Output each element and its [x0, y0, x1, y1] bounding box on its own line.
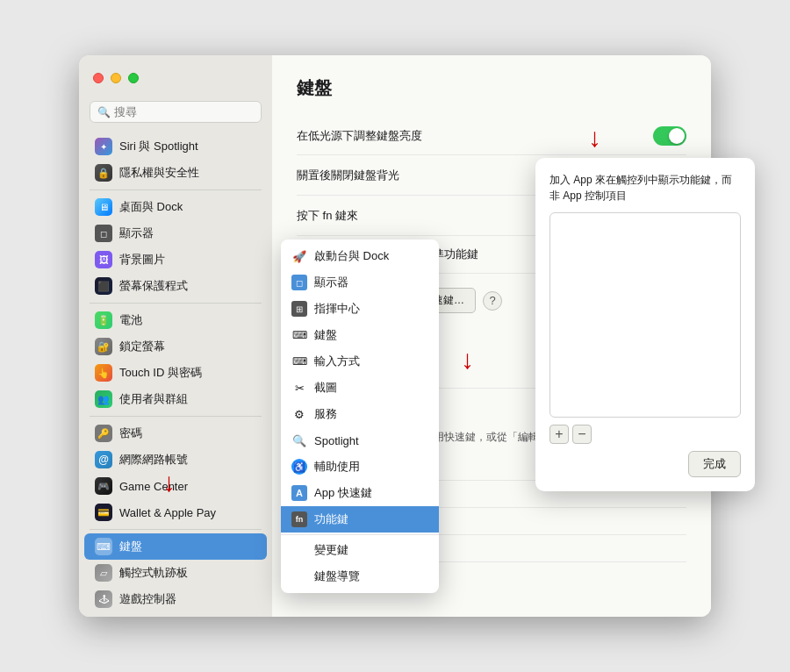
- sidebar: 🔍 ✦ Siri 與 Spotlight 🔒 隱私權與安全性 🖥 桌面與 Doc…: [79, 55, 272, 617]
- help-button[interactable]: ?: [483, 291, 502, 311]
- arrow-down-panel: ↓: [588, 123, 601, 153]
- wallet-icon: 💳: [95, 504, 112, 521]
- menu-item-keyguide[interactable]: 鍵盤導覽: [281, 563, 439, 590]
- sidebar-divider-4: [90, 529, 262, 530]
- panel-footer: + −: [549, 425, 741, 444]
- sidebar-item-wallet[interactable]: 💳 Wallet & Apple Pay: [84, 499, 267, 525]
- sidebar-item-label: Wallet & Apple Pay: [119, 506, 216, 519]
- sidebar-item-screensaver[interactable]: ⬛ 螢幕保護程式: [84, 273, 267, 299]
- sidebar-item-label: 遊戲控制器: [119, 591, 176, 607]
- minimize-button[interactable]: [111, 73, 121, 83]
- sidebar-item-label: 電池: [119, 312, 142, 328]
- gamepad-icon: 🕹: [95, 590, 112, 608]
- menu-item-accessibility[interactable]: ♿ 輔助使用: [281, 454, 439, 480]
- arrow-down-sidebar: ↓: [162, 468, 176, 497]
- right-panel: ↓ 加入 App 來在觸控列中顯示功能鍵，而非 App 控制項目 + − 完成: [535, 158, 755, 491]
- done-button[interactable]: 完成: [688, 451, 741, 477]
- menu-item-spotlight[interactable]: 🔍 Spotlight: [281, 427, 439, 454]
- sidebar-item-keyboard[interactable]: ⌨ 鍵盤: [84, 533, 267, 560]
- menu-item-dock[interactable]: 🚀 啟動台與 Dock: [281, 243, 439, 269]
- sidebar-item-label: 密碼: [119, 425, 142, 441]
- password-icon: 🔑: [95, 425, 112, 442]
- trackpad-icon: ▱: [95, 564, 112, 582]
- network-icon: @: [95, 451, 112, 468]
- appshortcut-menu-icon: A: [291, 485, 307, 501]
- sidebar-item-label: Siri 與 Spotlight: [119, 139, 198, 154]
- sidebar-divider-2: [90, 303, 262, 304]
- sidebar-item-touchid[interactable]: 👆 Touch ID 與密碼: [84, 360, 267, 386]
- menu-item-input-method[interactable]: ⌨ 輸入方式: [281, 348, 439, 375]
- sidebar-item-label: 鍵盤: [119, 539, 142, 554]
- titlebar: [79, 55, 272, 101]
- screenshot-menu-icon: ✂: [291, 380, 307, 396]
- sidebar-item-label: 螢幕保護程式: [119, 278, 188, 294]
- add-app-button[interactable]: +: [549, 425, 569, 444]
- menu-item-mission[interactable]: ⊞ 指揮中心: [281, 296, 439, 322]
- mission-menu-icon: ⊞: [291, 301, 307, 317]
- services-menu-icon: ⚙: [291, 406, 307, 422]
- desktop-icon: 🖥: [95, 198, 112, 216]
- close-button[interactable]: [93, 73, 104, 83]
- sidebar-item-gamecenter[interactable]: 🎮 Game Center: [84, 473, 267, 499]
- menu-item-fnkey[interactable]: fn 功能鍵: [281, 506, 439, 533]
- sidebar-item-label: 隱私權與安全性: [119, 165, 199, 181]
- sidebar-item-wallpaper[interactable]: 🖼 背景圖片: [84, 247, 267, 273]
- accessibility-menu-icon: ♿: [291, 459, 307, 475]
- sidebar-item-label: 鎖定螢幕: [119, 339, 165, 354]
- spotlight-menu-icon: 🔍: [291, 433, 307, 448]
- menu-item-keyboard-menu[interactable]: ⌨ 鍵盤: [281, 322, 439, 348]
- sidebar-item-label: 網際網路帳號: [119, 452, 188, 468]
- sidebar-item-password[interactable]: 🔑 密碼: [84, 420, 267, 447]
- screensaver-icon: ⬛: [95, 277, 112, 295]
- right-panel-list: [549, 212, 741, 418]
- sidebar-item-printer[interactable]: 🖨 印表機與掃描器: [84, 612, 267, 617]
- search-box[interactable]: 🔍: [90, 101, 262, 123]
- arrow-down-fnkey: ↓: [461, 345, 474, 375]
- sidebar-item-network[interactable]: @ 網際網路帳號: [84, 447, 267, 473]
- sidebar-items: ✦ Siri 與 Spotlight 🔒 隱私權與安全性 🖥 桌面與 Dock …: [79, 130, 272, 617]
- sidebar-item-trackpad[interactable]: ▱ 觸控式軌跡板: [84, 560, 267, 586]
- changelist-menu-icon: [291, 542, 307, 558]
- gamecenter-icon: 🎮: [95, 477, 112, 495]
- menu-item-changelist[interactable]: 變更鍵: [281, 537, 439, 563]
- sidebar-item-label: Touch ID 與密碼: [119, 365, 202, 381]
- shortcut-dropdown-menu: ↓ 🚀 啟動台與 Dock ◻ 顯示器 ⊞ 指揮中心 ⌨ 鍵盤 ⌨ 輸入方式 ✂…: [281, 239, 439, 593]
- privacy-icon: 🔒: [95, 164, 112, 182]
- sidebar-item-label: 顯示器: [119, 225, 154, 241]
- sidebar-item-battery[interactable]: 🔋 電池: [84, 307, 267, 333]
- fn-label: 按下 fn 鍵來: [297, 208, 571, 224]
- maximize-button[interactable]: [128, 73, 139, 83]
- users-icon: 👥: [95, 390, 112, 408]
- battery-icon: 🔋: [95, 311, 112, 329]
- fnkey-menu-icon: fn: [291, 511, 307, 527]
- page-title: 鍵盤: [297, 76, 686, 100]
- sidebar-item-desktop[interactable]: 🖥 桌面與 Dock: [84, 194, 267, 220]
- menu-item-appshortcut[interactable]: A App 快速鍵: [281, 480, 439, 506]
- sidebar-item-label: 背景圖片: [119, 252, 165, 268]
- sidebar-item-gamepad[interactable]: 🕹 遊戲控制器: [84, 586, 267, 612]
- menu-item-services[interactable]: ⚙ 服務: [281, 401, 439, 427]
- sidebar-item-lock[interactable]: 🔐 鎖定螢幕: [84, 333, 267, 360]
- sidebar-item-label: 桌面與 Dock: [119, 199, 183, 215]
- sidebar-divider: [90, 189, 262, 190]
- siri-icon: ✦: [95, 138, 112, 155]
- sidebar-item-display[interactable]: ◻ 顯示器: [84, 220, 267, 247]
- sidebar-item-label: Game Center: [119, 480, 188, 493]
- sidebar-item-privacy[interactable]: 🔒 隱私權與安全性: [84, 160, 267, 186]
- keyboard-menu-icon: ⌨: [291, 327, 307, 343]
- sidebar-divider-3: [90, 416, 262, 417]
- touchid-icon: 👆: [95, 364, 112, 382]
- sidebar-item-label: 觸控式軌跡板: [119, 565, 188, 581]
- display-icon: ◻: [95, 225, 112, 242]
- menu-item-display[interactable]: ◻ 顯示器: [281, 269, 439, 296]
- sidebar-item-siri[interactable]: ✦ Siri 與 Spotlight: [84, 133, 267, 160]
- brightness-toggle[interactable]: [653, 126, 686, 146]
- menu-item-screenshot[interactable]: ✂ 截圖: [281, 375, 439, 401]
- sidebar-item-users[interactable]: 👥 使用者與群組: [84, 386, 267, 412]
- keyguide-menu-icon: [291, 568, 307, 584]
- search-input[interactable]: [114, 105, 254, 118]
- setting-row-brightness: 在低光源下調整鍵盤亮度: [297, 118, 686, 155]
- keyboard-icon: ⌨: [95, 538, 112, 555]
- display-menu-icon: ◻: [291, 275, 307, 290]
- remove-app-button[interactable]: −: [572, 425, 592, 444]
